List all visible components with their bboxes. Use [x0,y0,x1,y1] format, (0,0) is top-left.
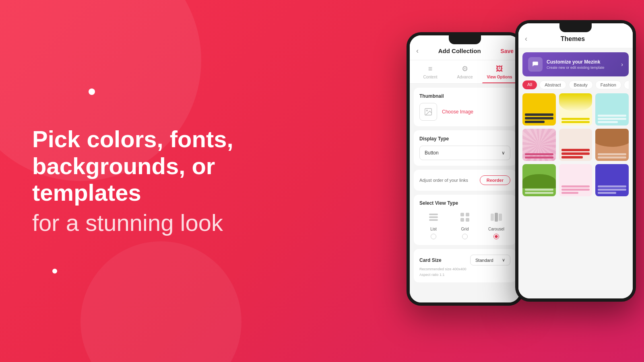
card-size-value: Standard [475,258,493,263]
thumbnail-box: Choose Image [419,103,510,121]
phone2-content: Customize your Mezink Create new or edit… [518,48,633,297]
advance-icon: ⚙ [462,64,468,73]
tab-advance[interactable]: ⚙ Advance [448,64,482,83]
phone1-title: Add Collection [438,47,481,54]
list-radio[interactable] [431,234,436,239]
reorder-row: Adjust order of your links Reorder [419,175,510,185]
theme-bar-tan2 [598,156,626,158]
theme-card-red-stripes[interactable] [559,129,592,161]
theme-green-hills [522,174,556,188]
theme-rays [522,129,556,161]
theme-card-tan[interactable] [595,129,629,161]
tab-content-label: Content [423,75,437,79]
phone1-back-button[interactable]: ‹ [416,47,419,55]
customize-arrow-icon: › [621,61,623,68]
theme-bar-r3 [561,156,583,158]
theme-bar-pu2 [598,189,626,191]
display-type-section: Display Type Button ∨ [414,130,516,166]
card-size-row: Card Size Standard ∨ [419,255,510,265]
theme-card-light-pink[interactable] [559,164,592,196]
filter-abstract[interactable]: Abstract [539,80,566,89]
theme-card-yellow[interactable] [522,93,556,125]
view-type-title: Select View Type [419,200,510,206]
carousel-radio[interactable] [493,234,499,239]
svg-rect-2 [429,214,438,215]
card-size-hint-2: Aspect ratio 1:1 [419,273,510,277]
theme-card-teal[interactable] [595,93,629,125]
card-size-section: Card Size Standard ∨ Recommended size 40… [414,249,516,282]
tab-content[interactable]: ≡ Content [413,65,448,83]
theme-bar-p1 [525,153,553,155]
list-icon [426,210,441,224]
theme-bar-lp2 [561,189,590,191]
customize-icon [528,57,543,72]
content-icon: ≡ [428,65,433,73]
theme-bar-p2 [525,156,553,158]
svg-rect-9 [491,214,494,221]
phone1-content: Thumbnail Choose Image [410,84,520,302]
theme-bar-r1 [561,149,590,151]
carousel-label: Carousel [488,227,504,231]
theme-bar-1 [525,113,553,116]
left-content-section: Pick colors, fonts, backgrounds, or temp… [32,126,294,237]
display-type-chevron: ∨ [502,150,505,156]
filter-food[interactable]: Food [624,80,629,89]
filter-beauty[interactable]: Beauty [569,80,593,89]
view-options-icon: 🖼 [496,65,503,73]
svg-rect-11 [499,214,502,221]
filter-all[interactable]: All [522,80,537,89]
theme-bar-2 [525,117,553,119]
view-type-grid: List [419,210,510,239]
svg-rect-10 [495,213,498,222]
themes-grid [522,93,629,196]
theme-bar-pu3 [598,192,616,194]
view-type-list[interactable]: List [419,210,448,239]
view-type-grid-item[interactable]: Grid [451,210,479,239]
phone2-title: Themes [532,35,613,43]
tab-view-options-label: View Options [487,75,512,79]
theme-bar-3 [525,121,545,123]
reorder-text: Adjust order of your links [419,178,468,183]
theme-bar-y1 [561,118,590,120]
phone1-tabs: ≡ Content ⚙ Advance 🖼 View Options [410,60,520,84]
card-size-chevron: ∨ [502,257,505,263]
theme-bar-lp1 [561,185,590,187]
svg-rect-3 [429,216,438,218]
theme-bar-g1 [525,189,553,191]
card-size-dropdown[interactable]: Standard ∨ [470,255,510,265]
theme-bar-t1 [598,115,626,117]
phone-add-collection: ‹ Add Collection Save ≡ Content ⚙ Advanc… [407,32,523,306]
theme-bar-pu1 [598,185,626,187]
customize-subtitle: Create new or edit existing template [547,66,617,70]
grid-label: Grid [461,227,469,231]
svg-point-1 [426,110,427,111]
theme-bar-t2 [598,118,626,120]
grid-icon [458,210,472,224]
grid-radio[interactable] [462,234,468,239]
customize-text-block: Customize your Mezink Create new or edit… [547,59,617,70]
reorder-button[interactable]: Reorder [480,175,510,185]
bg-dot-2 [52,269,57,274]
theme-bar-lp3 [561,192,578,194]
phone-notch-2 [559,23,592,32]
display-type-dropdown[interactable]: Button ∨ [419,146,510,160]
phone1-save-button[interactable]: Save [500,48,514,54]
filter-fashion[interactable]: Fashion [595,80,621,89]
customize-title: Customize your Mezink [547,59,617,65]
display-type-value: Button [425,150,439,156]
theme-card-purple[interactable] [595,164,629,196]
theme-card-pink-rays[interactable] [522,129,556,161]
svg-rect-6 [466,213,469,216]
thumbnail-icon [419,103,437,121]
choose-image-button[interactable]: Choose Image [442,109,473,115]
customize-banner[interactable]: Customize your Mezink Create new or edit… [522,52,629,76]
theme-card-green[interactable] [522,164,556,196]
theme-card-light-yellow[interactable] [559,93,592,125]
phone2-back-button[interactable]: ‹ [525,35,527,43]
phone1-screen: ‹ Add Collection Save ≡ Content ⚙ Advanc… [410,35,520,302]
carousel-icon [489,210,504,224]
view-type-carousel[interactable]: Carousel [482,210,510,239]
tab-view-options[interactable]: 🖼 View Options [482,65,517,83]
list-label: List [430,227,437,231]
svg-rect-5 [460,213,464,216]
